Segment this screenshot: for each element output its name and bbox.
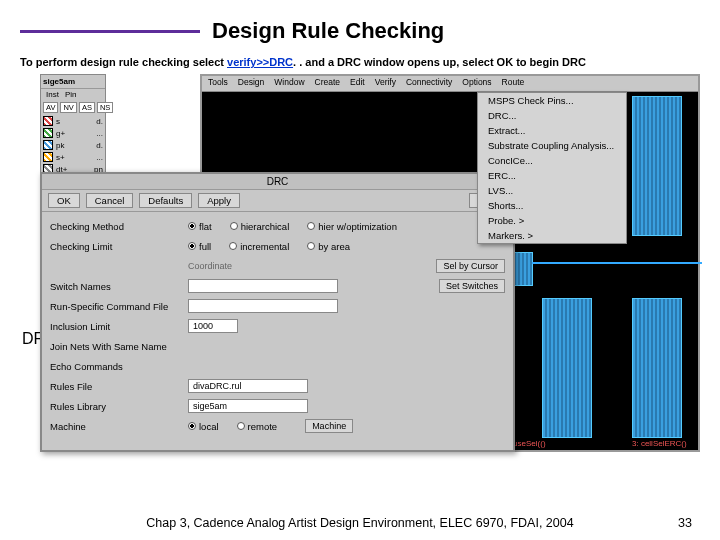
menu-item-markers[interactable]: Markers. > xyxy=(478,228,626,243)
menu-item-msps[interactable]: MSPS Check Pins... xyxy=(478,93,626,108)
device-instance[interactable] xyxy=(632,96,682,236)
coordinate-label: Coordinate xyxy=(188,261,232,271)
menu-path-link: verify>>DRC xyxy=(227,56,293,68)
machine-button[interactable]: Machine xyxy=(305,419,353,433)
verify-dropdown-menu[interactable]: MSPS Check Pins... DRC... Extract... Sub… xyxy=(477,92,627,244)
sel-by-cursor-button[interactable]: Sel by Cursor xyxy=(436,259,505,273)
radio-hierarchical[interactable]: hierarchical xyxy=(230,221,290,232)
radio-flat[interactable]: flat xyxy=(188,221,212,232)
title-underline xyxy=(20,30,200,33)
palette-header: sige5am xyxy=(41,75,105,89)
inclusion-input[interactable] xyxy=(188,319,238,333)
apply-button[interactable]: Apply xyxy=(198,193,240,208)
drc-titlebar: DRC xyxy=(42,174,513,190)
layer-row[interactable]: pkd. xyxy=(41,139,105,151)
layout-menubar[interactable]: Tools Design Window Create Edit Verify C… xyxy=(202,76,698,92)
machine-label: Machine xyxy=(50,421,180,432)
radio-local[interactable]: local xyxy=(188,421,219,432)
layer-btn[interactable]: NS xyxy=(97,102,113,113)
layer-row[interactable]: s+... xyxy=(41,151,105,163)
echo-label: Echo Commands xyxy=(50,361,180,372)
ok-button[interactable]: OK xyxy=(48,193,80,208)
menu-item-lvs[interactable]: LVS... xyxy=(478,183,626,198)
menu-item-substrate[interactable]: Substrate Coupling Analysis... xyxy=(478,138,626,153)
instruction-text: To perform design rule checking select v… xyxy=(20,56,700,68)
run-cmd-input[interactable] xyxy=(188,299,338,313)
wire-segment xyxy=(532,262,702,264)
device-instance[interactable] xyxy=(542,298,592,438)
menu-verify[interactable]: Verify xyxy=(375,77,396,90)
menu-design[interactable]: Design xyxy=(238,77,264,90)
menu-item-extract[interactable]: Extract... xyxy=(478,123,626,138)
rules-file-input[interactable] xyxy=(188,379,308,393)
menu-tools[interactable]: Tools xyxy=(208,77,228,90)
footer-text: Chap 3, Cadence Analog Artist Design Env… xyxy=(0,516,720,530)
menu-item-erc[interactable]: ERC... xyxy=(478,168,626,183)
radio-incremental[interactable]: incremental xyxy=(229,241,289,252)
layer-row[interactable]: sd. xyxy=(41,115,105,127)
layer-row[interactable]: g+... xyxy=(41,127,105,139)
radio-hieropt[interactable]: hier w/optimization xyxy=(307,221,397,232)
switch-names-label: Switch Names xyxy=(50,281,180,292)
inclusion-label: Inclusion Limit xyxy=(50,321,180,332)
layer-btn[interactable]: AV xyxy=(43,102,58,113)
set-switches-button[interactable]: Set Switches xyxy=(439,279,505,293)
app-composite: Tools Design Window Create Edit Verify C… xyxy=(40,74,700,454)
drc-dialog: DRC OK Cancel Defaults Apply Help Checki… xyxy=(40,172,515,452)
menu-window[interactable]: Window xyxy=(274,77,304,90)
menu-route[interactable]: Route xyxy=(502,77,525,90)
join-nets-label: Join Nets With Same Name xyxy=(50,341,180,352)
menu-item-probe[interactable]: Probe. > xyxy=(478,213,626,228)
menu-item-shorts[interactable]: Shorts... xyxy=(478,198,626,213)
run-cmd-label: Run-Specific Command File xyxy=(50,301,180,312)
radio-full[interactable]: full xyxy=(188,241,211,252)
page-number: 33 xyxy=(678,516,692,530)
page-title: Design Rule Checking xyxy=(212,18,444,44)
switch-names-input[interactable] xyxy=(188,279,338,293)
checking-method-label: Checking Method xyxy=(50,221,180,232)
rules-lib-input[interactable] xyxy=(188,399,308,413)
layer-btn[interactable]: AS xyxy=(79,102,95,113)
defaults-button[interactable]: Defaults xyxy=(139,193,192,208)
menu-item-drc[interactable]: DRC... xyxy=(478,108,626,123)
status-label: 3: cellSelERC() xyxy=(632,439,687,448)
device-instance[interactable] xyxy=(632,298,682,438)
cancel-button[interactable]: Cancel xyxy=(86,193,134,208)
menu-item-concice[interactable]: ConcICe... xyxy=(478,153,626,168)
menu-connectivity[interactable]: Connectivity xyxy=(406,77,452,90)
toggle-inst[interactable]: Inst xyxy=(46,90,59,99)
radio-byarea[interactable]: by area xyxy=(307,241,350,252)
radio-remote[interactable]: remote xyxy=(237,421,278,432)
rules-lib-label: Rules Library xyxy=(50,401,180,412)
checking-limit-label: Checking Limit xyxy=(50,241,180,252)
menu-create[interactable]: Create xyxy=(315,77,341,90)
layer-btn[interactable]: NV xyxy=(60,102,76,113)
menu-edit[interactable]: Edit xyxy=(350,77,365,90)
rules-file-label: Rules File xyxy=(50,381,180,392)
menu-options[interactable]: Options xyxy=(462,77,491,90)
toggle-pin[interactable]: Pin xyxy=(65,90,77,99)
